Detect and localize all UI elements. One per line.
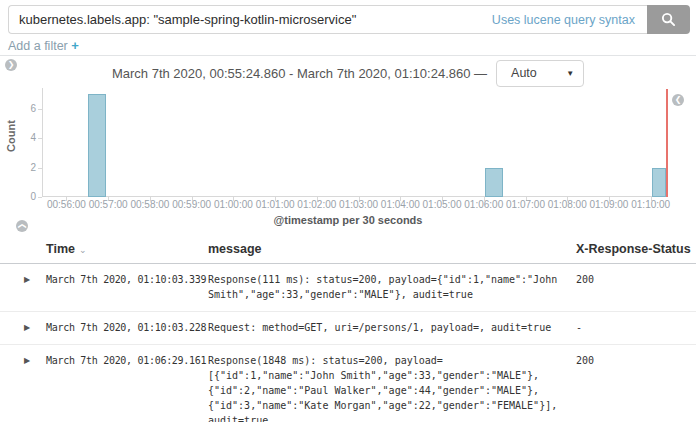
search-button[interactable] bbox=[647, 5, 690, 34]
x-tick-label: 01:10:00 bbox=[621, 199, 681, 210]
cell-message: Request: method=GET, uri=/persons/1, pay… bbox=[208, 320, 576, 335]
cell-message: Response(111 ms): status=200, payload={"… bbox=[208, 272, 576, 302]
y-tick-label: 6 bbox=[6, 103, 36, 114]
table-header-row: Time⌄ message X-Response-Status bbox=[0, 238, 696, 264]
add-filter-label: Add a filter bbox=[8, 39, 68, 53]
interval-value: Auto bbox=[511, 66, 537, 80]
y-axis-line bbox=[42, 88, 43, 197]
plus-icon: + bbox=[71, 38, 79, 53]
search-input[interactable] bbox=[9, 12, 492, 27]
table-row: ▶March 7th 2020, 01:06:29.161Response(18… bbox=[0, 345, 696, 422]
query-input-wrap: Uses lucene query syntax bbox=[8, 5, 647, 34]
histogram-bar[interactable] bbox=[652, 168, 666, 197]
header-spacer bbox=[24, 242, 46, 256]
lucene-syntax-link[interactable]: Uses lucene query syntax bbox=[492, 13, 647, 27]
y-tick-mark bbox=[38, 109, 42, 110]
add-filter-button[interactable]: Add a filter + bbox=[8, 39, 79, 53]
column-header-status[interactable]: X-Response-Status bbox=[576, 242, 696, 256]
results-table: Time⌄ message X-Response-Status ▶March 7… bbox=[0, 238, 696, 422]
histogram-bar[interactable] bbox=[485, 168, 503, 197]
y-tick-label: 2 bbox=[6, 162, 36, 173]
search-icon bbox=[661, 12, 676, 27]
time-range-end-marker bbox=[666, 89, 668, 197]
column-header-message[interactable]: message bbox=[208, 242, 576, 256]
row-expand-icon[interactable]: ▶ bbox=[24, 353, 46, 422]
time-range-label: March 7th 2020, 00:55:24.860 - March 7th… bbox=[112, 66, 487, 81]
x-axis-ticks: 00:56:0000:57:0000:58:0000:59:0001:00:00… bbox=[0, 199, 696, 212]
table-body: ▶March 7th 2020, 01:10:03.339Response(11… bbox=[0, 264, 696, 422]
y-tick-mark bbox=[38, 197, 42, 198]
table-row: ▶March 7th 2020, 01:10:03.339Response(11… bbox=[0, 264, 696, 312]
cell-time: March 7th 2020, 01:06:29.161 bbox=[46, 353, 208, 422]
cell-status: 200 bbox=[576, 353, 696, 422]
histogram-canvas: 0246 bbox=[0, 88, 696, 198]
x-axis-line bbox=[42, 196, 668, 197]
row-expand-icon[interactable]: ▶ bbox=[24, 320, 46, 335]
y-tick-label: 4 bbox=[6, 132, 36, 143]
y-tick-mark bbox=[38, 168, 42, 169]
cell-status: - bbox=[576, 320, 696, 335]
filter-bar: Add a filter + bbox=[8, 38, 79, 53]
cell-time: March 7th 2020, 01:10:03.339 bbox=[46, 272, 208, 302]
discover-page: Uses lucene query syntax Add a filter + … bbox=[0, 0, 696, 422]
section-divider bbox=[0, 55, 696, 56]
column-header-time[interactable]: Time⌄ bbox=[46, 242, 208, 256]
cell-message: Response(1848 ms): status=200, payload=[… bbox=[208, 353, 576, 422]
interval-select[interactable]: Auto ▼ bbox=[496, 60, 584, 87]
query-bar: Uses lucene query syntax bbox=[8, 5, 690, 34]
cell-time: March 7th 2020, 01:10:03.228 bbox=[46, 320, 208, 335]
table-row: ▶March 7th 2020, 01:10:03.228Request: me… bbox=[0, 312, 696, 345]
chevron-down-icon: ▼ bbox=[566, 69, 574, 78]
row-expand-icon[interactable]: ▶ bbox=[24, 272, 46, 302]
cell-status: 200 bbox=[576, 272, 696, 302]
sort-desc-icon: ⌄ bbox=[79, 245, 87, 255]
y-tick-mark bbox=[38, 138, 42, 139]
x-axis-title: @timestamp per 30 seconds bbox=[0, 214, 696, 226]
histogram-bar[interactable] bbox=[88, 94, 106, 197]
time-header-label: Time bbox=[46, 242, 75, 256]
histogram-header: March 7th 2020, 00:55:24.860 - March 7th… bbox=[0, 59, 696, 87]
